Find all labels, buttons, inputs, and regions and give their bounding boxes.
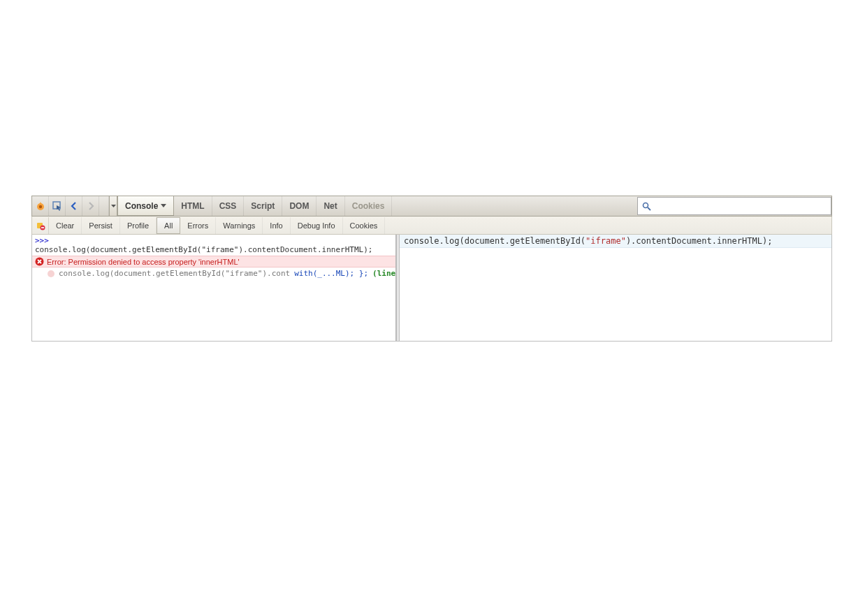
tab-label: Script	[251, 201, 275, 211]
inspect-icon[interactable]	[49, 196, 66, 216]
tab-html[interactable]: HTML	[174, 196, 212, 216]
trace-marker-icon	[48, 270, 54, 277]
tab-console[interactable]: Console	[117, 196, 174, 216]
filter-info-button[interactable]: Info	[263, 217, 290, 234]
console-error-row[interactable]: Error: Permission denied to access prope…	[32, 256, 395, 267]
tab-css[interactable]: CSS	[212, 196, 245, 216]
filter-cookies-button[interactable]: Cookies	[343, 217, 386, 234]
trace-source-link[interactable]: with(_...ML); };	[294, 269, 368, 278]
button-label: Clear	[56, 221, 74, 230]
main-toolbar: Console HTML CSS Script DOM Net Cookies	[31, 196, 832, 217]
filter-debug-button[interactable]: Debug Info	[291, 217, 343, 234]
trace-line-number: (line 2)	[372, 269, 396, 278]
firebug-icon[interactable]	[32, 196, 49, 216]
button-label: Profile	[127, 221, 149, 230]
code-text: console.log(document.getElementById(	[404, 236, 585, 246]
tab-label: DOM	[289, 201, 309, 211]
back-button[interactable]	[66, 196, 82, 216]
error-message: Error: Permission denied to access prope…	[47, 258, 240, 266]
button-label: Errors	[187, 221, 208, 230]
svg-point-1	[38, 205, 41, 208]
toolbar-divider	[99, 196, 109, 216]
tab-label: Console	[125, 201, 158, 211]
clear-button[interactable]: Clear	[49, 217, 82, 234]
button-label: Info	[270, 221, 282, 230]
persist-button[interactable]: Persist	[82, 217, 120, 234]
button-label: All	[164, 221, 173, 230]
tab-net[interactable]: Net	[317, 196, 344, 216]
code-text: ).contentDocument.innerHTML);	[626, 236, 773, 246]
trace-code: console.log(document.getElementById("ifr…	[59, 269, 290, 278]
console-command: console.log(document.getElementById("ifr…	[32, 245, 395, 256]
button-label: Persist	[89, 221, 112, 230]
tab-label: Net	[323, 201, 337, 211]
search-box[interactable]	[637, 197, 831, 215]
tab-script[interactable]: Script	[244, 196, 282, 216]
tab-cookies[interactable]: Cookies	[345, 196, 393, 216]
filter-all-button[interactable]: All	[157, 217, 180, 234]
tab-label: HTML	[181, 201, 204, 211]
svg-line-4	[648, 207, 650, 210]
break-on-error-icon[interactable]	[32, 217, 49, 234]
console-panels: >>> console.log(document.getElementById(…	[31, 235, 832, 342]
profile-button[interactable]: Profile	[120, 217, 157, 234]
chevron-down-icon	[161, 204, 166, 207]
forward-button[interactable]	[82, 196, 99, 216]
svg-point-3	[643, 203, 648, 207]
main-tabs: Console HTML CSS Script DOM Net Cookies	[117, 196, 392, 216]
stack-trace-row[interactable]: console.log(document.getElementById("ifr…	[32, 267, 395, 279]
search-input[interactable]	[651, 202, 831, 210]
tab-label: Cookies	[352, 201, 385, 211]
tab-label: CSS	[219, 201, 237, 211]
panel-selector-dropdown[interactable]	[109, 196, 117, 216]
tab-dom[interactable]: DOM	[282, 196, 317, 216]
code-string: "iframe"	[585, 236, 626, 246]
console-output[interactable]: >>> console.log(document.getElementById(…	[32, 235, 396, 341]
button-label: Warnings	[223, 221, 255, 230]
editor-line[interactable]: console.log(document.getElementById("ifr…	[400, 235, 831, 248]
console-toolbar: Clear Persist Profile All Errors Warning…	[31, 217, 832, 235]
filter-warnings-button[interactable]: Warnings	[216, 217, 263, 234]
filter-errors-button[interactable]: Errors	[180, 217, 216, 234]
error-icon	[35, 257, 44, 266]
button-label: Debug Info	[298, 221, 335, 230]
firebug-panel: Console HTML CSS Script DOM Net Cookies	[31, 196, 832, 342]
console-prompt: >>>	[32, 235, 395, 245]
svg-rect-7	[41, 227, 44, 228]
button-label: Cookies	[350, 221, 378, 230]
search-icon	[642, 202, 651, 211]
command-editor[interactable]: console.log(document.getElementById("ifr…	[400, 235, 831, 341]
